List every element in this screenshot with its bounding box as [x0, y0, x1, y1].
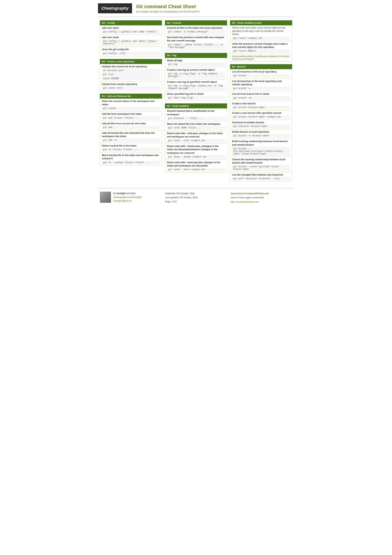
entry-show-tag-detail: Show specified tag info in detail git sh…: [165, 91, 227, 101]
section-header-create-repo: Git - Create a new repository: [100, 59, 162, 64]
section-git-branch: Git - Branch List all branches in the lo…: [230, 64, 292, 182]
entry-add-all-files: Add all files from current dir into inde…: [100, 121, 162, 130]
section-body-create-repo: Initialize the current dir to be reposit…: [100, 64, 162, 91]
author-info: By woshijpf (woshijpf) cheatography.com/…: [113, 192, 142, 203]
section-header-commit: Git - Commit: [165, 20, 227, 25]
section-git-tag: Git - Tag Show all tags git tag Create a…: [165, 53, 227, 101]
entry-list-all-branches: List all branches in the local repositor…: [230, 79, 292, 91]
section-body-add-remove: Show the current status in the workspace…: [100, 99, 162, 166]
author-link-2[interactable]: woshijpf.github.io/: [113, 200, 131, 202]
entry-status: Show the current status in the workspace…: [100, 99, 162, 111]
page-number: Page 1 of 2.: [165, 200, 227, 204]
section-body-undo-modifies: Discard tracked files's modification in …: [165, 108, 227, 173]
entry-reset-hard: Reset code with --hard para,the changes …: [165, 160, 227, 172]
author-name: woshijpf: [116, 192, 125, 195]
entry-commit-all: Commit all files in the index into local…: [165, 25, 227, 35]
section-git-add-remove: Git - Add and Remove file Show the curre…: [100, 94, 162, 166]
entry-add-file: Add file from workspace into index git a…: [100, 111, 162, 121]
entry-cancel-tracking: Cancle the tracking relationship between…: [230, 157, 292, 172]
header-subtitle: by woshijpf (woshijpf) via cheatography.…: [136, 10, 200, 13]
section-git-commit: Git - Commit Commit all files in the ind…: [165, 20, 227, 50]
main-columns: Git - Config add user name git config [-…: [98, 20, 294, 184]
section-header-undo-modifies-cont: Git - Undo modifies (cont): [230, 20, 292, 25]
sponsor-name: CrosswordCheats.com: [245, 192, 269, 195]
section-header-undo-modifies: Git - Undo modifies: [165, 103, 227, 108]
entry-clone: Cloned from remote repository git clone …: [100, 82, 162, 91]
section-body-commit: Commit all files in the index into local…: [165, 25, 227, 50]
footer-author: By woshijpf (woshijpf) cheatography.com/…: [100, 192, 161, 203]
section-body-tag: Show all tags git tag Create a new tag a…: [165, 58, 227, 101]
footer-sponsor: Sponsored by CrosswordCheats.com Learn t…: [231, 192, 292, 204]
entry-add-tracked-untracked: Add all tracked file and untracked file …: [100, 131, 162, 143]
page-header: Cheatography Git command Cheat Sheet by …: [98, 0, 294, 17]
entry-add-email: add user email git config [--global] use…: [100, 35, 162, 47]
author-by: By woshijpf (woshijpf): [113, 192, 142, 195]
page-title: Git command Cheat Sheet: [136, 4, 200, 9]
stackoverflow-link[interactable]: Stackoverflow-What's the difference betw…: [232, 55, 290, 60]
section-header-branch: Git - Branch: [230, 64, 292, 69]
section-git-undo-modifies-cont: Git - Undo modifies (cont) Revert code a…: [230, 20, 292, 62]
entry-list-changed-files: List the changed files between two branc…: [230, 172, 292, 182]
header-title-block: Git command Cheat Sheet by woshijpf (wos…: [136, 4, 200, 13]
entry-list-local-branches: List all branches in the local repositor…: [230, 69, 292, 79]
section-git-undo-modifies: Git - Undo modifies Discard tracked file…: [165, 103, 227, 173]
section-body-config: add user name git config [--global] user…: [100, 25, 162, 56]
section-header-add-remove: Git - Add and Remove file: [100, 94, 162, 99]
section-header-tag: Git - Tag: [165, 53, 227, 58]
section-header-config: Git - Config: [100, 20, 162, 25]
section-body-undo-modifies-cont: Revert code and create a new commit obje…: [230, 25, 292, 62]
entry-new-tag-specified: Create a new tag at specified commit obj…: [165, 79, 227, 91]
author-link-1[interactable]: cheatography.com/woshijpf/: [113, 196, 142, 198]
logo: Cheatography: [98, 3, 132, 13]
avatar-image: [100, 192, 111, 203]
entry-show-tags: Show all tags git tag: [165, 58, 227, 67]
entry-recommit: Recommit the previous commit with new ch…: [165, 35, 227, 50]
sponsor-link[interactable]: http://crosswordcheats.com: [231, 201, 259, 203]
entry-move-tracked: Move tracked file in the index into work…: [100, 153, 162, 165]
entry-show-config: show the git config info git config --li…: [100, 47, 162, 56]
entry-new-tag-current: Create a new tag at current commit objec…: [165, 67, 227, 79]
footer-publish-info: Published 17th October, 2016. Last updat…: [165, 192, 227, 204]
entry-reset-soft: Reset code with --soft para, changes in …: [165, 131, 227, 143]
entry-add-username: add user name git config [--global] user…: [100, 25, 162, 35]
column-3: Git - Undo modifies (cont) Revert code a…: [230, 20, 292, 184]
column-2: Git - Commit Commit all files in the ind…: [165, 20, 227, 184]
entry-checkout-branch: Checkout to another branch git checkout …: [230, 120, 292, 129]
entry-reset-mixed: Reset code with --mixed para, changes in…: [165, 144, 227, 160]
sponsor-desc: Learn to solve cryptic crosswords!: [231, 196, 292, 200]
published-date: Published 17th October, 2016.: [165, 192, 227, 196]
entry-discard-tracked: Discard tracked files's modification in …: [165, 108, 227, 121]
author-avatar: [100, 192, 111, 203]
sponsor-text: Sponsored by CrosswordCheats.com: [231, 192, 292, 196]
section-git-config: Git - Config add user name git config [-…: [100, 20, 162, 56]
column-1: Git - Config add user name git config [-…: [100, 20, 162, 184]
entry-stackoverflow-link[interactable]: Stackoverflow-What's the difference betw…: [230, 54, 292, 61]
page-footer: By woshijpf (woshijpf) cheatography.com/…: [98, 188, 294, 207]
entry-create-branch-commit: Create a new branch with specified commi…: [230, 110, 292, 120]
entry-delete-tracked: Delete tracked file in the index git rm …: [100, 143, 162, 153]
entry-list-local-detail: List all local branch info in detail git…: [230, 91, 292, 101]
section-body-branch: List all branches in the local repositor…: [230, 69, 292, 182]
entry-revert-new-commit: Revert code and create a new commit obje…: [230, 25, 292, 41]
entry-init-dir: Initialize the current dir to be reposit…: [100, 64, 162, 81]
section-git-create-repo: Git - Create a new repository Initialize…: [100, 59, 162, 91]
entry-move-index-to-workspace: Move the added file from index into work…: [165, 121, 227, 131]
entry-create-branch: Create a new branch git branch <branch-n…: [230, 101, 292, 110]
author-username: woshijpf: [127, 192, 135, 195]
entry-build-tracking: Build tracking relationship between loca…: [230, 139, 292, 156]
updated-date: Last updated 17th October, 2016.: [165, 196, 227, 200]
entry-delete-branch: Delete branch in local repository git br…: [230, 129, 292, 139]
entry-undo-prev-commit: Undo the previous commit changes and cre…: [230, 41, 292, 54]
